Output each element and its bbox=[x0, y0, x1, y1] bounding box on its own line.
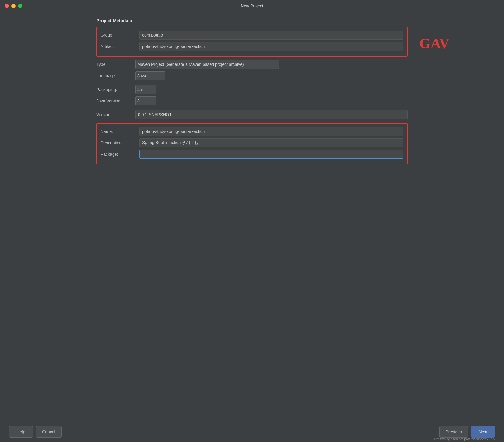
artifact-label: Artifact: bbox=[101, 44, 139, 49]
name-label: Name: bbox=[101, 129, 139, 134]
group-label: Group: bbox=[101, 33, 139, 37]
language-select-wrapper: Java Kotlin Groovy bbox=[135, 71, 165, 80]
empty-area bbox=[96, 167, 408, 421]
java-version-row: Java Version: 8 11 17 21 bbox=[96, 96, 408, 106]
java-version-select[interactable]: 8 11 17 21 bbox=[135, 96, 156, 105]
name-desc-package-box: Name: Description: Package: bbox=[96, 123, 408, 164]
java-version-select-wrapper: 8 11 17 21 bbox=[135, 96, 156, 105]
footer: Help Cancel Previous Next https://blog.c… bbox=[0, 421, 504, 442]
footer-url: https://blog.csdn.net/potatobeancox55555 bbox=[434, 437, 495, 441]
type-label: Type: bbox=[96, 62, 135, 67]
version-label: Version: bbox=[96, 112, 135, 117]
packaging-row: Packaging: Jar War bbox=[96, 85, 408, 94]
artifact-input[interactable] bbox=[139, 42, 403, 51]
packaging-select-wrapper: Jar War bbox=[135, 85, 156, 94]
group-input[interactable] bbox=[139, 31, 403, 40]
window-controls[interactable] bbox=[5, 4, 22, 8]
package-label: Package: bbox=[101, 152, 139, 157]
artifact-row: Artifact: bbox=[101, 42, 403, 51]
next-button[interactable]: Next bbox=[471, 426, 495, 438]
type-row: Type: Maven Project (Generate a Maven ba… bbox=[96, 60, 408, 69]
gav-red-box: Group: Artifact: bbox=[96, 27, 408, 57]
description-label: Description: bbox=[101, 140, 139, 145]
window-title: New Project bbox=[241, 4, 263, 8]
group-row: Group: bbox=[101, 30, 403, 40]
version-row: Version: bbox=[96, 110, 408, 119]
footer-right-buttons: Previous Next bbox=[439, 426, 495, 438]
type-select[interactable]: Maven Project (Generate a Maven based pr… bbox=[135, 60, 279, 69]
language-label: Language: bbox=[96, 73, 135, 78]
description-row: Description: bbox=[101, 138, 403, 148]
section-title: Project Metadata bbox=[96, 18, 408, 23]
java-version-label: Java Version: bbox=[96, 99, 135, 103]
language-row: Language: Java Kotlin Groovy bbox=[96, 71, 408, 81]
packaging-label: Packaging: bbox=[96, 87, 135, 92]
gav-section: Group: Artifact: GAV bbox=[96, 27, 408, 60]
packaging-select[interactable]: Jar War bbox=[135, 85, 156, 94]
cancel-button[interactable]: Cancel bbox=[36, 426, 62, 438]
description-input[interactable] bbox=[139, 138, 403, 147]
type-select-wrapper: Maven Project (Generate a Maven based pr… bbox=[135, 60, 279, 69]
close-button[interactable] bbox=[5, 4, 9, 8]
previous-button[interactable]: Previous bbox=[439, 426, 468, 438]
minimize-button[interactable] bbox=[11, 4, 16, 8]
maximize-button[interactable] bbox=[18, 4, 22, 8]
name-row: Name: bbox=[101, 127, 403, 136]
help-button[interactable]: Help bbox=[9, 426, 33, 438]
language-select[interactable]: Java Kotlin Groovy bbox=[135, 71, 165, 80]
gav-annotation: GAV bbox=[420, 35, 450, 52]
footer-left-buttons: Help Cancel bbox=[9, 426, 62, 438]
dialog-content: Project Metadata Group: Artifact: GAV Ty… bbox=[87, 12, 417, 421]
version-input[interactable] bbox=[135, 110, 408, 119]
title-bar: New Project bbox=[0, 0, 504, 12]
package-row: Package: bbox=[101, 149, 403, 159]
package-input[interactable] bbox=[139, 150, 403, 159]
name-input[interactable] bbox=[139, 127, 403, 136]
